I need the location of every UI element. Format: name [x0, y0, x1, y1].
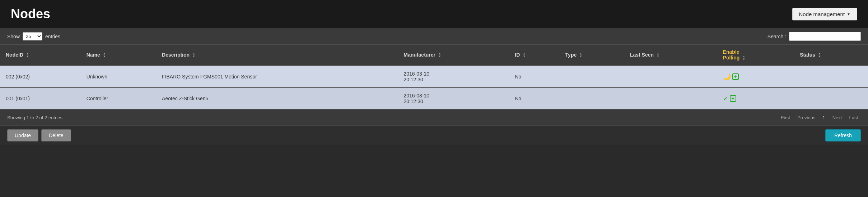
action-left-buttons: Update Delete [7, 129, 71, 141]
plus-icon[interactable]: + [732, 73, 739, 80]
sort-id-icon: ▲▼ [523, 52, 526, 58]
table-header-row: NodeID ▲▼ Name ▲▼ Description ▲▼ Manufac… [0, 45, 868, 66]
last-page-button[interactable]: Last [846, 114, 861, 122]
plus-icon[interactable]: + [730, 95, 736, 102]
table-footer: Showing 1 to 2 of 2 entries First Previo… [0, 110, 868, 125]
col-id[interactable]: ID ▲▼ [509, 45, 559, 66]
cell-last-seen [624, 66, 717, 88]
table-toolbar: Show 25 10 50 100 entries Search : [0, 28, 868, 45]
cell-name: Unknown [81, 66, 156, 88]
current-page: 1 [820, 114, 828, 122]
cell-description: FIBARO System FGMS001 Motion Sensor [156, 66, 398, 88]
cell-status [794, 66, 868, 88]
cell-id: No [509, 66, 559, 88]
check-icon: ✓ [723, 95, 728, 102]
col-enable-polling[interactable]: EnablePolling ▲▼ [717, 45, 794, 66]
sort-desc-icon: ▲▼ [192, 52, 195, 58]
cell-status [794, 88, 868, 110]
status-icon-moon: 🌙 + [723, 73, 739, 81]
entries-select[interactable]: 25 10 50 100 [23, 32, 42, 40]
moon-icon: 🌙 [723, 73, 731, 81]
entries-info: Showing 1 to 2 of 2 entries [7, 115, 62, 120]
sort-polling-icon: ▲▼ [742, 55, 745, 61]
table-row: 002 (0x02) Unknown FIBARO System FGMS001… [0, 66, 868, 88]
sort-nodeid-icon: ▲▼ [26, 52, 29, 58]
col-node-id[interactable]: NodeID ▲▼ [0, 45, 81, 66]
cell-node-id: 001 (0x01) [0, 88, 81, 110]
update-button[interactable]: Update [7, 129, 38, 141]
col-description[interactable]: Description ▲▼ [156, 45, 398, 66]
col-last-seen[interactable]: Last Seen ▲▼ [624, 45, 717, 66]
show-label: Show [7, 34, 20, 39]
sort-name-icon: ▲▼ [103, 52, 106, 58]
sort-lastseen-icon: ▲▼ [657, 52, 659, 58]
delete-button[interactable]: Delete [41, 129, 71, 141]
node-management-button[interactable]: Node management [792, 8, 858, 20]
cell-id: No [509, 88, 559, 110]
cell-enable-polling: ✓ + [717, 88, 794, 110]
next-page-button[interactable]: Next [830, 114, 845, 122]
sort-type-icon: ▲▼ [579, 52, 582, 58]
pagination-controls: First Previous 1 Next Last [778, 114, 861, 122]
cell-last-seen [624, 88, 717, 110]
page-header: Nodes Node management [0, 0, 868, 28]
search-label: Search : [767, 34, 786, 39]
table-row: 001 (0x01) Controller Aeotec Z-Stick Gen… [0, 88, 868, 110]
search-input[interactable] [789, 32, 861, 41]
previous-page-button[interactable]: Previous [794, 114, 818, 122]
cell-name: Controller [81, 88, 156, 110]
action-bar: Update Delete Refresh [0, 125, 868, 145]
col-manufacturer[interactable]: Manufacturer ▲▼ [398, 45, 509, 66]
cell-type [560, 66, 624, 88]
first-page-button[interactable]: First [778, 114, 793, 122]
cell-manufacturer: 2016-03-1020:12:30 [398, 66, 509, 88]
refresh-button[interactable]: Refresh [825, 129, 861, 141]
nodes-table: NodeID ▲▼ Name ▲▼ Description ▲▼ Manufac… [0, 45, 868, 110]
cell-node-id: 002 (0x02) [0, 66, 81, 88]
cell-manufacturer: 2016-03-1020:12:30 [398, 88, 509, 110]
sort-status-icon: ▲▼ [818, 52, 821, 58]
col-name[interactable]: Name ▲▼ [81, 45, 156, 66]
cell-description: Aeotec Z-Stick Gen5 [156, 88, 398, 110]
cell-enable-polling: 🌙 + [717, 66, 794, 88]
col-status[interactable]: Status ▲▼ [794, 45, 868, 66]
status-icon-check: ✓ + [723, 95, 736, 102]
cell-type [560, 88, 624, 110]
page-title: Nodes [11, 6, 50, 21]
sort-mfr-icon: ▲▼ [438, 52, 441, 58]
entries-control: Show 25 10 50 100 entries [7, 32, 60, 40]
search-control: Search : [767, 32, 861, 41]
nodes-table-container: NodeID ▲▼ Name ▲▼ Description ▲▼ Manufac… [0, 45, 868, 110]
entries-label: entries [45, 34, 60, 39]
col-type[interactable]: Type ▲▼ [560, 45, 624, 66]
